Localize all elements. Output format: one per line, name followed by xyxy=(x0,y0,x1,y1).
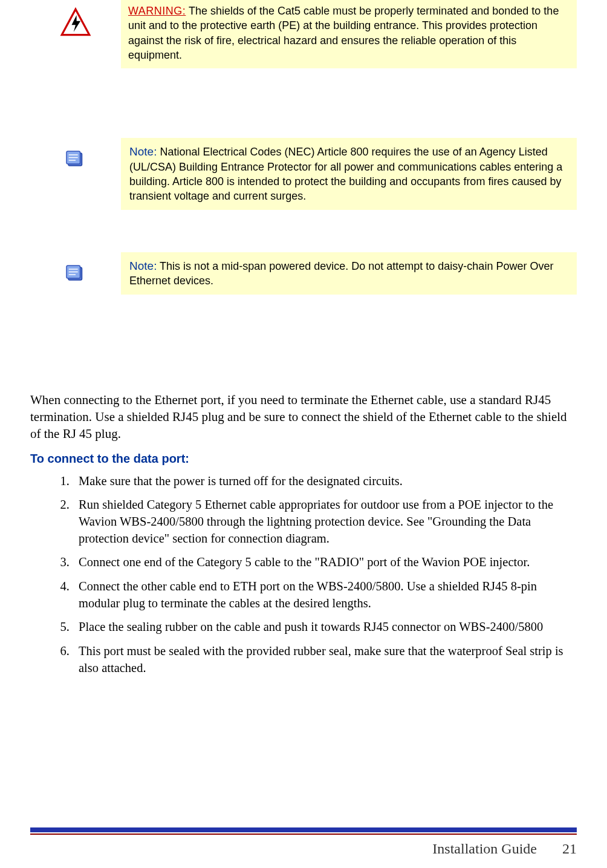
step-item: Make sure that the power is turned off f… xyxy=(73,473,577,490)
page-footer: Installation Guide 21 xyxy=(30,827,577,857)
note2-callout: Note: This is not a mid-span powered dev… xyxy=(30,252,577,295)
body-paragraph-1: When connecting to the Ethernet port, if… xyxy=(30,391,577,443)
footer-page-number: 21 xyxy=(540,841,577,857)
note2-icon-cell xyxy=(30,252,121,284)
notepad-icon xyxy=(65,148,86,169)
step-item: This port must be sealed with the provid… xyxy=(73,643,577,676)
note1-icon-cell xyxy=(30,138,121,169)
warning-box: WARNING: The shields of the Cat5 cable m… xyxy=(121,0,577,68)
warning-bolt-icon xyxy=(60,7,91,39)
note1-text: National Electrical Codes (NEC) Article … xyxy=(129,146,562,202)
warning-label: WARNING: xyxy=(128,5,186,17)
note1-box: Note: National Electrical Codes (NEC) Ar… xyxy=(121,138,577,210)
warning-icon-cell xyxy=(30,0,121,39)
footer-rule-thin xyxy=(30,834,577,835)
step-item: Connect one end of the Category 5 cable … xyxy=(73,554,577,571)
footer-rule-thick xyxy=(30,827,577,832)
note2-text: This is not a mid-span powered device. D… xyxy=(129,260,553,287)
steps-list: Make sure that the power is turned off f… xyxy=(30,473,577,677)
note1-label: Note: xyxy=(129,145,157,158)
notepad-icon xyxy=(65,262,86,284)
warning-text: The shields of the Cat5 cable must be pr… xyxy=(128,5,559,61)
section-heading: To connect to the data port: xyxy=(30,452,577,466)
footer-title: Installation Guide xyxy=(432,841,537,857)
footer-text: Installation Guide 21 xyxy=(30,841,577,857)
note1-callout: Note: National Electrical Codes (NEC) Ar… xyxy=(30,138,577,210)
step-item: Connect the other cable end to ETH port … xyxy=(73,578,577,612)
step-item: Run shielded Category 5 Ethernet cable a… xyxy=(73,497,577,547)
warning-callout: WARNING: The shields of the Cat5 cable m… xyxy=(30,0,577,68)
step-item: Place the sealing rubber on the cable an… xyxy=(73,619,577,636)
note2-box: Note: This is not a mid-span powered dev… xyxy=(121,252,577,295)
note2-label: Note: xyxy=(129,259,157,272)
